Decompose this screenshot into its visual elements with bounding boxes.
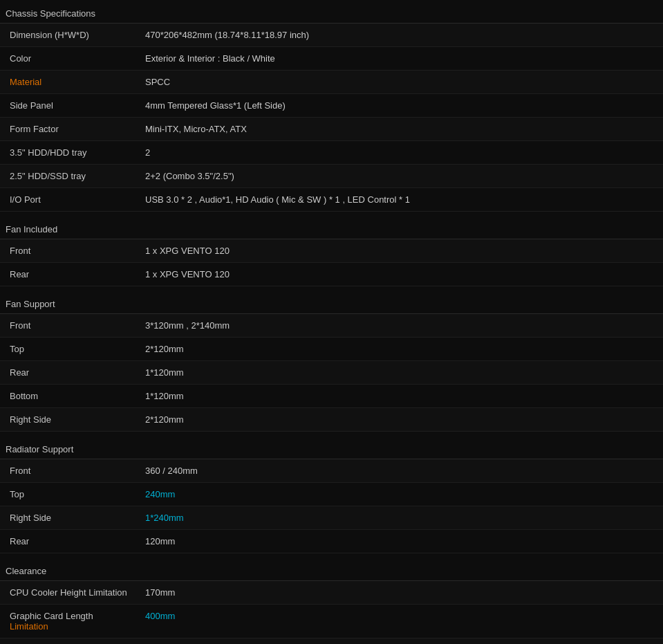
spec-label: Rear	[0, 530, 138, 553]
spec-label: Bottom	[0, 385, 138, 408]
spec-table-radiator-support: Front360 / 240mmTop240mmRight Side1*240m…	[0, 459, 663, 553]
spec-label: Rear	[0, 263, 138, 286]
spec-label: Rear	[0, 361, 138, 385]
table-row: Graphic Card Length Limitation400mm	[0, 605, 663, 638]
section-header-radiator-support: Radiator Support	[0, 439, 663, 459]
spec-label: Graphic Card Length Limitation	[0, 605, 138, 638]
spec-value: 400mm	[138, 605, 663, 638]
table-row: Side Panel4mm Tempered Glass*1 (Left Sid…	[0, 94, 663, 118]
spec-label: I/O Port	[0, 188, 138, 212]
spec-value: Mini-ITX, Micro-ATX, ATX	[138, 118, 663, 141]
spec-label: Front	[0, 314, 138, 338]
section-header-chassis-specifications: Chassis Specifications	[0, 3, 663, 24]
spec-value: 2+2 (Combo 3.5"/2.5")	[138, 165, 663, 188]
spec-label: Color	[0, 47, 138, 71]
table-row: 3.5" HDD/HDD tray2	[0, 141, 663, 165]
spec-value: 360 / 240mm	[138, 459, 663, 483]
spec-value: 1 x XPG VENTO 120	[138, 263, 663, 286]
spec-label: Right Side	[0, 408, 138, 432]
spec-value: 1*120mm	[138, 361, 663, 385]
spec-value: 1 x XPG VENTO 120	[138, 239, 663, 263]
spec-label: 3.5" HDD/HDD tray	[0, 141, 138, 165]
table-row: Right Side1*240mm	[0, 506, 663, 530]
spec-label: CPU Cooler Height Limitation	[0, 581, 138, 605]
spec-value: USB 3.0 * 2 , Audio*1, HD Audio ( Mic & …	[138, 188, 663, 212]
spec-value: 225mm	[138, 638, 663, 645]
spec-label: Top	[0, 483, 138, 506]
spec-value: 2*120mm	[138, 338, 663, 361]
table-row: CPU Cooler Height Limitation170mm	[0, 581, 663, 605]
spec-label: Right Side	[0, 506, 138, 530]
spec-value: 2	[138, 141, 663, 165]
spec-value: 1*240mm	[138, 506, 663, 530]
spec-value: 4mm Tempered Glass*1 (Left Side)	[138, 94, 663, 118]
table-row: 2.5" HDD/SSD tray2+2 (Combo 3.5"/2.5")	[0, 165, 663, 188]
table-row: PSU Length Limitation225mm	[0, 638, 663, 645]
spec-value: SPCC	[138, 71, 663, 94]
table-row: Front360 / 240mm	[0, 459, 663, 483]
spec-label: Dimension (H*W*D)	[0, 24, 138, 47]
spec-label: Material	[0, 71, 138, 94]
table-row: Rear120mm	[0, 530, 663, 553]
section-header-fan-included: Fan Included	[0, 219, 663, 239]
spec-value: 470*206*482mm (18.74*8.11*18.97 inch)	[138, 24, 663, 47]
spec-table-fan-included: Front1 x XPG VENTO 120Rear1 x XPG VENTO …	[0, 239, 663, 286]
table-row: I/O PortUSB 3.0 * 2 , Audio*1, HD Audio …	[0, 188, 663, 212]
table-row: Front1 x XPG VENTO 120	[0, 239, 663, 263]
spec-value: 2*120mm	[138, 408, 663, 432]
table-row: Front3*120mm , 2*140mm	[0, 314, 663, 338]
spec-value: 120mm	[138, 530, 663, 553]
spec-label: Form Factor	[0, 118, 138, 141]
table-row: Top2*120mm	[0, 338, 663, 361]
spec-table-fan-support: Front3*120mm , 2*140mmTop2*120mmRear1*12…	[0, 314, 663, 432]
section-header-clearance: Clearance	[0, 560, 663, 581]
page-container: Chassis SpecificationsDimension (H*W*D)4…	[0, 3, 663, 644]
spec-table-chassis-specifications: Dimension (H*W*D)470*206*482mm (18.74*8.…	[0, 24, 663, 212]
table-row: Bottom1*120mm	[0, 385, 663, 408]
spec-label: 2.5" HDD/SSD tray	[0, 165, 138, 188]
spec-value: Exterior & Interior : Black / White	[138, 47, 663, 71]
table-row: Dimension (H*W*D)470*206*482mm (18.74*8.…	[0, 24, 663, 47]
spec-label: Top	[0, 338, 138, 361]
section-header-fan-support: Fan Support	[0, 293, 663, 314]
table-row: Form FactorMini-ITX, Micro-ATX, ATX	[0, 118, 663, 141]
table-row: Right Side2*120mm	[0, 408, 663, 432]
table-row: Rear1 x XPG VENTO 120	[0, 263, 663, 286]
table-row: MaterialSPCC	[0, 71, 663, 94]
spec-label: Front	[0, 239, 138, 263]
table-row: ColorExterior & Interior : Black / White	[0, 47, 663, 71]
spec-value: 1*120mm	[138, 385, 663, 408]
table-row: Top240mm	[0, 483, 663, 506]
spec-table-clearance: CPU Cooler Height Limitation170mmGraphic…	[0, 581, 663, 644]
spec-value: 170mm	[138, 581, 663, 605]
spec-value: 3*120mm , 2*140mm	[138, 314, 663, 338]
spec-label: Side Panel	[0, 94, 138, 118]
table-row: Rear1*120mm	[0, 361, 663, 385]
spec-label: Front	[0, 459, 138, 483]
spec-label: PSU Length Limitation	[0, 638, 138, 645]
spec-value: 240mm	[138, 483, 663, 506]
